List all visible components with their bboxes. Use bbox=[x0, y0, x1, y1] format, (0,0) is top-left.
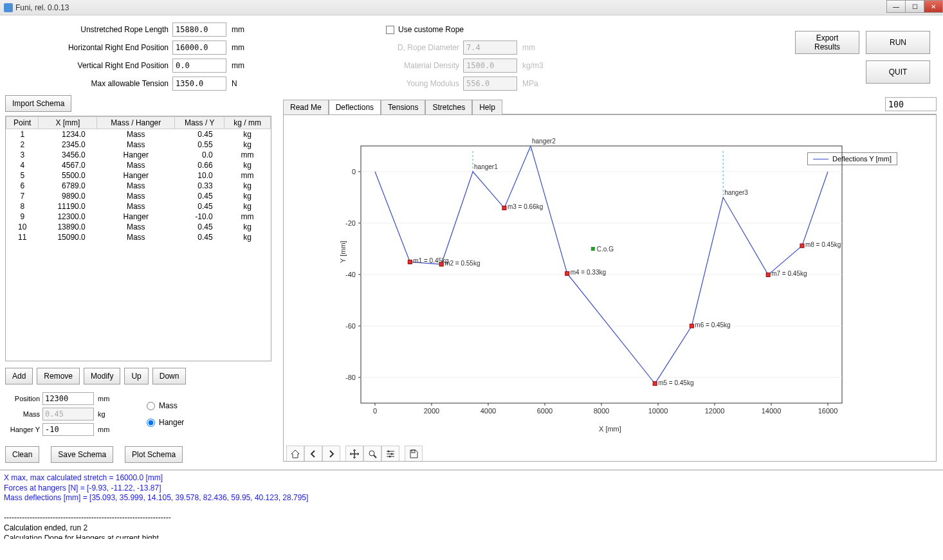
tab-tensions[interactable]: Tensions bbox=[381, 100, 425, 114]
table-row[interactable]: 33456.0Hanger0.0mm bbox=[6, 150, 271, 160]
tab-help[interactable]: Help bbox=[472, 100, 502, 114]
svg-text:m2 = 0.55kg: m2 = 0.55kg bbox=[444, 260, 480, 267]
th-point[interactable]: Point bbox=[6, 117, 39, 129]
svg-point-58 bbox=[369, 451, 374, 456]
svg-rect-63 bbox=[412, 450, 415, 453]
pan-icon[interactable] bbox=[345, 446, 363, 461]
tab-stretches[interactable]: Stretches bbox=[425, 100, 472, 114]
svg-rect-36 bbox=[439, 262, 443, 266]
table-row[interactable]: 11234.0Mass0.45kg bbox=[6, 129, 271, 140]
hangery-input[interactable] bbox=[42, 423, 94, 436]
svg-text:8000: 8000 bbox=[594, 407, 609, 415]
svg-text:hanger1: hanger1 bbox=[474, 163, 498, 170]
home-icon[interactable] bbox=[286, 446, 304, 461]
modify-button[interactable]: Modify bbox=[84, 368, 120, 384]
table-row[interactable]: 79890.0Mass0.45kg bbox=[6, 191, 271, 201]
svg-text:2000: 2000 bbox=[424, 407, 439, 415]
svg-text:14000: 14000 bbox=[762, 407, 782, 415]
points-table[interactable]: Point X [mm] Mass / Hanger Mass / Y kg /… bbox=[5, 116, 271, 361]
remove-button[interactable]: Remove bbox=[37, 368, 80, 384]
maxtension-unit: N bbox=[226, 79, 259, 88]
table-row[interactable]: 811190.0Mass0.45kg bbox=[6, 201, 271, 212]
svg-line-59 bbox=[374, 455, 376, 458]
zoom-input[interactable] bbox=[885, 97, 937, 111]
young-unit: MPa bbox=[517, 79, 549, 88]
svg-rect-44 bbox=[565, 271, 569, 275]
maxtension-label: Max allowable Tension bbox=[5, 79, 172, 88]
import-schema-button[interactable]: Import Schema bbox=[5, 95, 71, 112]
add-button[interactable]: Add bbox=[5, 368, 33, 384]
back-icon[interactable] bbox=[304, 446, 322, 461]
custom-rope-checkbox[interactable]: Use custome Rope bbox=[386, 25, 464, 34]
tab-readme[interactable]: Read Me bbox=[283, 100, 329, 114]
hrep-unit: mm bbox=[226, 43, 259, 52]
radio-mass[interactable]: Mass bbox=[147, 401, 184, 410]
vrep-unit: mm bbox=[226, 61, 259, 70]
plot-toolbar bbox=[286, 446, 423, 461]
density-input bbox=[463, 59, 517, 73]
svg-text:6000: 6000 bbox=[537, 407, 553, 415]
unstretched-input[interactable] bbox=[172, 23, 226, 37]
save-schema-button[interactable]: Save Schema bbox=[51, 446, 113, 463]
table-row[interactable]: 1115090.0Mass0.45kg bbox=[6, 232, 271, 242]
density-unit: kg/m3 bbox=[517, 61, 549, 70]
th-my[interactable]: Mass / Y bbox=[175, 117, 224, 129]
mass-label: Mass bbox=[5, 410, 42, 418]
quit-button[interactable]: QUIT bbox=[866, 60, 930, 84]
table-row[interactable]: 66789.0Mass0.33kg bbox=[6, 181, 271, 191]
tab-deflections[interactable]: Deflections bbox=[329, 100, 381, 114]
maximize-button[interactable]: ☐ bbox=[905, 0, 924, 13]
save-icon[interactable] bbox=[405, 446, 423, 461]
app-icon bbox=[4, 3, 13, 12]
vrep-label: Vertical Right End Position bbox=[5, 61, 172, 70]
diameter-input bbox=[463, 41, 517, 55]
export-results-button[interactable]: Export Results bbox=[795, 31, 859, 54]
svg-point-60 bbox=[388, 450, 390, 452]
svg-text:m7 = 0.45kg: m7 = 0.45kg bbox=[771, 270, 807, 277]
svg-text:C.o.G: C.o.G bbox=[597, 246, 614, 253]
svg-text:hanger3: hanger3 bbox=[724, 189, 748, 196]
zoom-icon[interactable] bbox=[363, 446, 381, 461]
clean-button[interactable]: Clean bbox=[5, 446, 39, 463]
th-mh[interactable]: Mass / Hanger bbox=[97, 117, 175, 129]
svg-rect-54 bbox=[800, 244, 804, 248]
position-input[interactable] bbox=[42, 392, 94, 405]
svg-text:16000: 16000 bbox=[818, 407, 838, 415]
configure-icon[interactable] bbox=[381, 446, 399, 461]
table-row[interactable]: 55500.0Hanger10.0mm bbox=[6, 170, 271, 181]
down-button[interactable]: Down bbox=[152, 368, 187, 384]
forward-icon[interactable] bbox=[322, 446, 340, 461]
svg-text:m3 = 0.66kg: m3 = 0.66kg bbox=[508, 203, 543, 210]
svg-point-61 bbox=[391, 453, 393, 455]
svg-text:hanger2: hanger2 bbox=[532, 138, 556, 145]
svg-text:10000: 10000 bbox=[648, 407, 668, 415]
young-input bbox=[463, 77, 517, 91]
mass-input[interactable] bbox=[42, 408, 94, 420]
svg-point-62 bbox=[389, 455, 391, 457]
diameter-label: D, Rope Diameter bbox=[386, 43, 463, 52]
table-row[interactable]: 44567.0Mass0.66kg bbox=[6, 160, 271, 170]
y-axis-label: Y [mm] bbox=[339, 240, 347, 263]
th-kgmm[interactable]: kg / mm bbox=[224, 117, 271, 129]
table-row[interactable]: 912300.0Hanger-10.0mm bbox=[6, 212, 271, 222]
plot-schema-button[interactable]: Plot Schema bbox=[125, 446, 183, 463]
hangery-label: Hanger Y bbox=[5, 426, 42, 433]
svg-rect-40 bbox=[502, 206, 506, 210]
vrep-input[interactable] bbox=[172, 59, 226, 73]
minimize-button[interactable]: — bbox=[886, 0, 906, 13]
log-output[interactable]: X max, max calculated stretch = 16000.0 … bbox=[0, 469, 943, 539]
svg-text:m8 = 0.45kg: m8 = 0.45kg bbox=[805, 241, 841, 248]
th-x[interactable]: X [mm] bbox=[39, 117, 97, 129]
up-button[interactable]: Up bbox=[124, 368, 148, 384]
hrep-label: Horizontal Right End Position bbox=[5, 43, 172, 52]
table-row[interactable]: 1013890.0Mass0.45kg bbox=[6, 222, 271, 232]
hrep-input[interactable] bbox=[172, 41, 226, 55]
run-button[interactable]: RUN bbox=[866, 31, 930, 54]
x-axis-label: X [mm] bbox=[599, 425, 621, 433]
density-label: Material Density bbox=[386, 61, 463, 70]
radio-hanger[interactable]: Hanger bbox=[147, 418, 184, 427]
table-row[interactable]: 22345.0Mass0.55kg bbox=[6, 140, 271, 150]
maxtension-input[interactable] bbox=[172, 77, 226, 91]
close-button[interactable]: ✕ bbox=[924, 0, 943, 13]
svg-text:0: 0 bbox=[373, 407, 377, 415]
